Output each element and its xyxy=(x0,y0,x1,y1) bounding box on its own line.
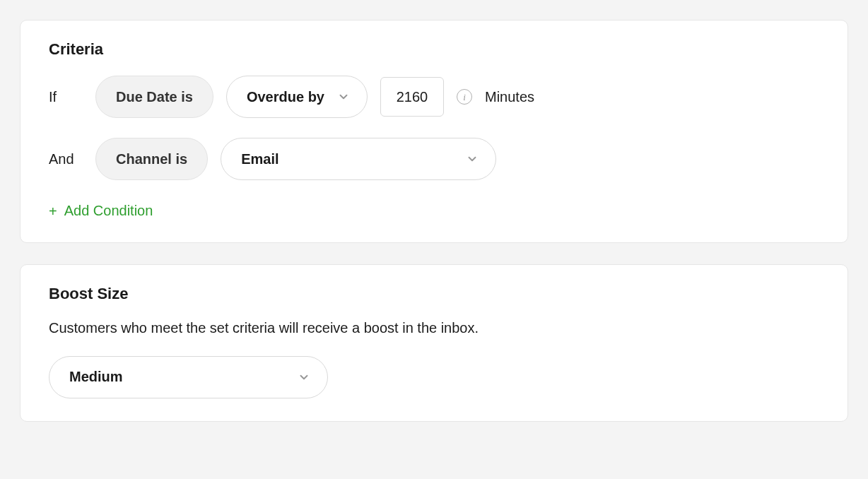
boost-description: Customers who meet the set criteria will… xyxy=(49,320,819,336)
boost-title: Boost Size xyxy=(49,285,819,303)
boost-card: Boost Size Customers who meet the set cr… xyxy=(20,264,848,422)
boost-size-label: Medium xyxy=(69,369,123,385)
add-condition-label: Add Condition xyxy=(64,203,153,219)
overdue-unit-label: Minutes xyxy=(485,89,534,105)
overdue-minutes-input[interactable]: 2160 xyxy=(380,77,444,117)
operator-select-overdue[interactable]: Overdue by xyxy=(226,76,368,118)
plus-icon: + xyxy=(49,204,57,218)
boost-size-select[interactable]: Medium xyxy=(49,356,328,398)
row-prefix: And xyxy=(49,151,83,167)
operator-select-label: Overdue by xyxy=(247,89,324,105)
chevron-down-icon xyxy=(466,153,479,165)
criteria-card: Criteria If Due Date is Overdue by 2160 … xyxy=(20,20,848,243)
chevron-down-icon xyxy=(337,90,350,103)
chevron-down-icon xyxy=(298,371,310,384)
add-condition-button[interactable]: + Add Condition xyxy=(49,203,153,219)
info-icon[interactable]: i xyxy=(457,89,472,105)
field-pill-due-date: Due Date is xyxy=(95,76,213,118)
criteria-row: If Due Date is Overdue by 2160 i Minutes xyxy=(49,76,819,118)
row-prefix: If xyxy=(49,89,83,105)
channel-select[interactable]: Email xyxy=(221,138,496,180)
criteria-row: And Channel is Email xyxy=(49,138,819,180)
field-pill-channel: Channel is xyxy=(95,138,208,180)
criteria-title: Criteria xyxy=(49,40,819,59)
channel-select-label: Email xyxy=(241,151,278,167)
